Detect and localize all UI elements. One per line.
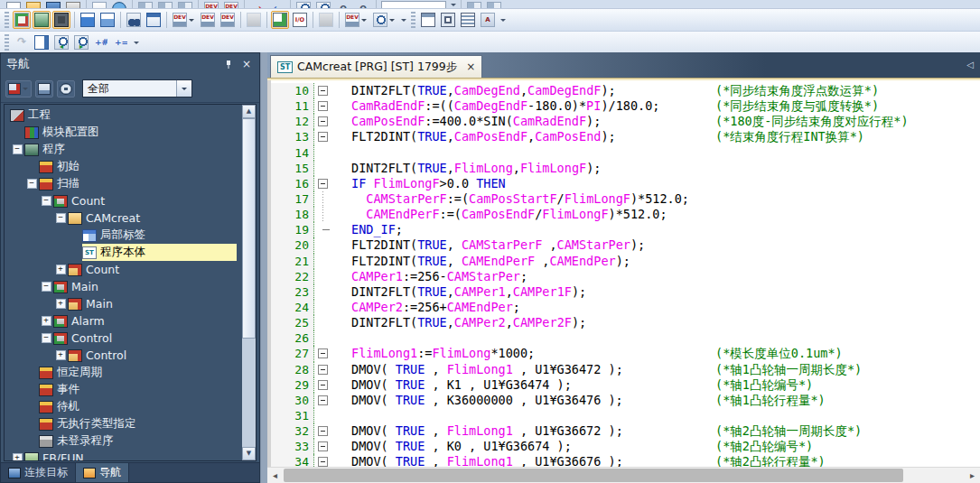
code-line-20[interactable]: 20FLT2DINT(TRUE, CAMStarPerF ,CAMStarPer… [271, 237, 980, 253]
zoom-level-combo[interactable] [381, 1, 446, 10]
code-line-16[interactable]: 16IF FlimLongF>0.0 THEN [271, 176, 980, 191]
print-button[interactable] [64, 0, 82, 9]
pin-icon[interactable] [221, 57, 236, 71]
window-button[interactable] [485, 0, 503, 9]
code-line-24[interactable]: 24CAMPer2:=256+CAMEndPer; [271, 300, 980, 315]
save-project-button[interactable] [44, 0, 62, 9]
expand-expander-icon[interactable]: + [56, 350, 66, 360]
option-button[interactable] [57, 80, 75, 98]
filter-combo-dropdown[interactable] [176, 80, 191, 97]
fold-box-icon[interactable] [318, 132, 328, 142]
expand-expander-icon[interactable]: + [42, 316, 51, 326]
code-line-27[interactable]: 27FlimLong1:=FlimLong*1000;(*模长度单位0.1um*… [271, 346, 980, 361]
toolbar-overflow-caret[interactable] [131, 34, 141, 51]
fold-box-icon[interactable] [318, 86, 328, 96]
document-tab[interactable]: ST CAMcreat [PRG] [ST] 1799步 × [270, 55, 482, 78]
redo-button[interactable]: ↷ [13, 33, 31, 51]
new-project-button[interactable] [5, 0, 23, 9]
fold-box-icon[interactable] [318, 116, 328, 126]
code-line-19[interactable]: 19END_IF; [271, 222, 980, 237]
tree-item-count[interactable]: +Count [5, 261, 241, 278]
find-in-window-button[interactable] [145, 11, 163, 29]
simulator-button[interactable] [52, 11, 70, 29]
label-editor-button[interactable]: A [479, 11, 497, 29]
device-batch-monitor-button[interactable]: DEV [199, 11, 217, 29]
code-line-32[interactable]: 32DMOV( TRUE , FlimLong1 , U1¥G36672 );(… [271, 423, 980, 439]
code-line-33[interactable]: 33DMOV( TRUE , K0 , U1¥G36674 );(*轴2凸轮编号… [271, 439, 980, 454]
collapse-expander-icon[interactable]: − [42, 282, 51, 292]
close-icon[interactable]: × [239, 57, 254, 71]
device-find-button[interactable]: DEV [171, 11, 197, 29]
code-line-34[interactable]: 34DMOV( TRUE , FlimLong1 , U1¥G36676 );(… [271, 454, 980, 468]
tree-item-count[interactable]: −Count [5, 192, 241, 209]
wand-button[interactable] [317, 11, 335, 29]
code-line-11[interactable]: 11CamRadEndF:=((CamDegEndF-180.0)*PI)/18… [271, 98, 980, 114]
tree-item--[interactable]: 工程 [5, 107, 241, 124]
tree-item-main[interactable]: −Main [5, 278, 241, 295]
code-line-10[interactable]: 10DINT2FLT(TRUE,CamDegEnd,CamDegEndF);(*… [271, 83, 980, 98]
tree-item--[interactable]: 局部标签 [5, 227, 241, 244]
read-from-plc-button[interactable]: ← [268, 0, 286, 9]
device-button[interactable]: DEV [222, 0, 240, 9]
paste-button[interactable] [90, 0, 108, 9]
code-line-12[interactable]: 12CamPosEndF:=400.0*SIN(CamRadEndF);(*18… [271, 114, 980, 129]
panel-tab-connect[interactable]: 连接目标 [1, 463, 76, 482]
toolbar-grip[interactable] [5, 12, 9, 28]
scroll-down-icon[interactable]: ▼ [242, 447, 256, 460]
collapse-expander-icon[interactable]: − [27, 179, 37, 189]
write-to-plc-button[interactable]: → [248, 0, 266, 9]
ladder-block-button[interactable] [136, 0, 154, 9]
tree-item--[interactable]: −程序 [5, 141, 241, 158]
code-line-13[interactable]: 13FLT2DINT(TRUE,CamPosEndF,CamPosEnd);(*… [271, 129, 980, 144]
tab-close-icon[interactable]: × [466, 60, 475, 73]
edit-mode-button[interactable] [271, 11, 289, 29]
device-button[interactable]: DEV [202, 0, 220, 9]
stamp-button[interactable] [245, 11, 263, 29]
program-check-button[interactable] [33, 33, 51, 51]
code-line-31[interactable]: 31 [271, 408, 980, 423]
code-line-22[interactable]: 22CAMPer1:=256-CAMStarPer; [271, 269, 980, 284]
scroll-right-icon[interactable]: ▸ [965, 468, 980, 483]
scroll-up-icon[interactable]: ▲ [242, 105, 256, 118]
monitor-stop-button[interactable] [314, 0, 332, 9]
ladder-block-button[interactable] [156, 0, 174, 9]
tree-item--[interactable]: 模块配置图 [5, 124, 241, 141]
tree-item--[interactable]: 事件 [5, 381, 241, 398]
tree-item--[interactable]: 初始 [5, 158, 241, 175]
tree-item-control[interactable]: +Control [5, 347, 241, 364]
fold-box-icon[interactable] [318, 426, 328, 436]
code-line-15[interactable]: 15DINT2FLT(TRUE,FlimLong,FlimLongF); [271, 161, 980, 176]
code-line-26[interactable]: 26 [271, 330, 980, 346]
tab-scroll-left-icon[interactable]: ◁ [964, 58, 976, 72]
device-comment-button[interactable]: DEV [219, 11, 237, 29]
tree-item--[interactable]: 无执行类型指定 [5, 415, 241, 432]
zoom-in-button[interactable]: Q [334, 0, 352, 9]
code-line-29[interactable]: 29DMOV( TRUE , K1 , U1¥G36474 );(*轴1凸轮编号… [271, 377, 980, 393]
watch-button[interactable] [371, 11, 397, 29]
project-tree-toggle-button[interactable] [13, 11, 31, 29]
open-project-button[interactable] [24, 0, 42, 9]
code-line-25[interactable]: 25DINT2FLT(TRUE,CAMPer2,CAMPer2F); [271, 315, 980, 330]
toolbar-grip[interactable] [5, 34, 9, 51]
fold-box-icon[interactable] [318, 348, 328, 358]
fold-box-icon[interactable] [318, 441, 328, 451]
list-view-button[interactable] [79, 11, 97, 29]
ladder-block-button[interactable] [176, 0, 194, 9]
monitor-start-button[interactable] [294, 0, 313, 9]
toolbar-overflow-caret[interactable] [498, 12, 508, 28]
help-button[interactable] [110, 0, 128, 9]
editor-horizontal-scrollbar[interactable]: ◂ ▸ [267, 467, 980, 483]
collapse-expander-icon[interactable]: − [42, 196, 51, 206]
code-line-18[interactable]: 18 CAMEndPerF:=(CamPosEndF/FlimLongF)*51… [271, 207, 980, 222]
fold-box-icon[interactable] [318, 101, 328, 111]
fold-box-icon[interactable] [318, 380, 328, 390]
st-code-editor[interactable]: 10DINT2FLT(TRUE,CamDegEnd,CamDegEndF);(*… [267, 80, 980, 468]
display-setting-button[interactable] [5, 80, 32, 98]
code-line-14[interactable]: 14 [271, 145, 980, 161]
fold-box-icon[interactable] [318, 457, 328, 467]
expand-expander-icon[interactable]: + [13, 453, 23, 461]
io-check-button[interactable]: I/O [291, 11, 309, 29]
tree-item-main[interactable]: +Main [5, 295, 241, 312]
code-line-23[interactable]: 23DINT2FLT(TRUE,CAMPer1,CAMPer1F); [271, 284, 980, 300]
object-frame-button[interactable] [439, 11, 457, 29]
